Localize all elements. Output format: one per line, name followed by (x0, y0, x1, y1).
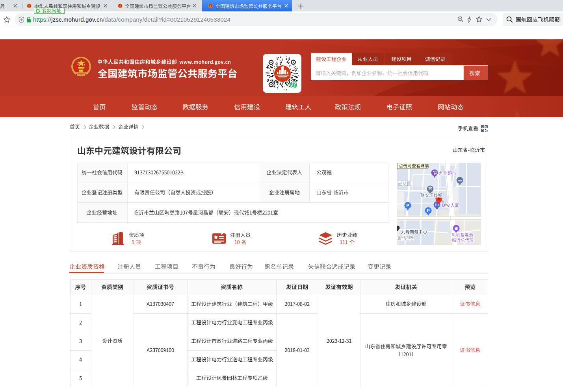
svg-text:ATM: ATM (457, 179, 462, 182)
svg-text:P: P (406, 203, 409, 208)
svg-text:P: P (427, 208, 429, 213)
